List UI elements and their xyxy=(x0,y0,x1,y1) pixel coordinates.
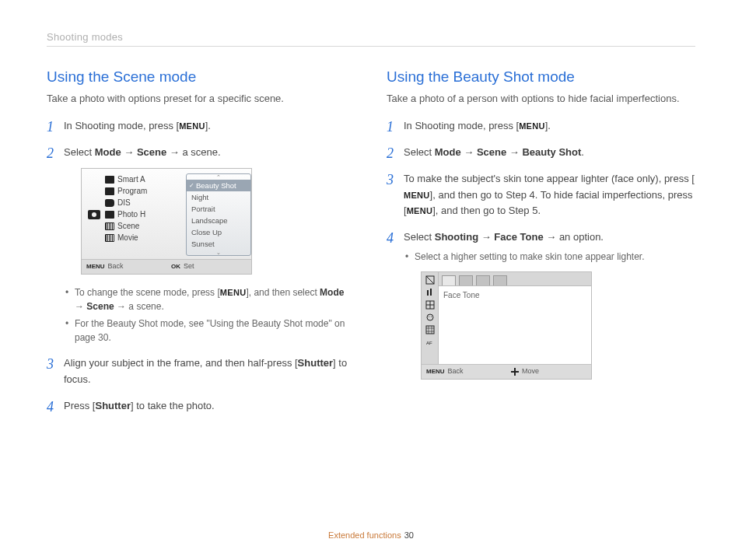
text: ]. xyxy=(545,120,551,131)
beauty-step-3: To make the subject's skin tone appear l… xyxy=(387,171,695,218)
grid-icon xyxy=(424,299,436,310)
camera-icon xyxy=(88,210,100,219)
menu-button-label: MENU xyxy=(407,205,433,218)
text: Shooting xyxy=(435,231,478,243)
af-icon: AF xyxy=(424,337,436,347)
tab-3 xyxy=(476,275,490,285)
breadcrumb: Shooting modes xyxy=(47,31,695,43)
text: In Shooting mode, press [ xyxy=(64,120,179,131)
movie-icon xyxy=(105,234,114,242)
text: Beauty Shot xyxy=(522,146,581,158)
text: Scene xyxy=(86,301,114,312)
text: ]. xyxy=(205,120,211,131)
scene-note-1: To change the scene mode, press [MENU], … xyxy=(64,285,355,313)
text: ] to take the photo. xyxy=(131,400,215,411)
list-item: DIS xyxy=(105,197,191,208)
text: Mode xyxy=(95,146,121,158)
menu-button-label: MENU xyxy=(404,189,430,202)
menu-button-label: MENU xyxy=(220,286,247,299)
scene-mode-heading: Using the Scene mode xyxy=(47,68,355,86)
svg-text:AF: AF xyxy=(426,341,432,345)
text: . xyxy=(581,146,584,158)
tab-2 xyxy=(459,275,473,285)
menu-button-label: MENU xyxy=(519,120,545,133)
text: Back xyxy=(108,261,124,272)
facetone-tabs xyxy=(439,272,591,286)
menu-button-label: MENU xyxy=(179,120,205,133)
film-icon xyxy=(105,222,114,230)
text: → a scene. xyxy=(114,301,164,312)
facetone-screenshot: AF Face Tone ME xyxy=(421,271,592,380)
page-footer: Extended functions30 xyxy=(0,530,742,540)
text: → xyxy=(75,301,86,312)
list-item: Photo H xyxy=(105,208,191,220)
popup-item-selected: Beauty Shot xyxy=(187,180,250,191)
scene-note-2: For the Beauty Shot mode, see "Using the… xyxy=(64,317,355,345)
text: Press [ xyxy=(64,400,95,411)
footer-section: Extended functions xyxy=(328,530,401,540)
beauty-step-4-note: Select a higher setting to make skin ton… xyxy=(404,250,695,264)
bar-icon xyxy=(424,287,436,297)
text: Mode xyxy=(435,146,461,158)
text: Select xyxy=(404,146,435,158)
text: → an option. xyxy=(544,231,604,243)
tab-4 xyxy=(493,275,507,285)
list-item: Smart A xyxy=(105,173,191,185)
popup-item: Portrait xyxy=(187,203,250,215)
text: ], and then select xyxy=(246,287,320,298)
text: Set xyxy=(184,261,194,272)
left-column: Using the Scene mode Take a photo with o… xyxy=(47,68,355,425)
text: DIS xyxy=(117,197,131,208)
face-icon xyxy=(424,312,436,322)
exposure-icon xyxy=(424,275,436,285)
beauty-shot-heading: Using the Beauty Shot mode xyxy=(387,68,695,86)
text: Scene xyxy=(477,146,506,158)
move-icon xyxy=(511,368,519,376)
text: Align your subject in the frame, and the… xyxy=(64,357,298,369)
text: Mode xyxy=(320,287,344,298)
grid2-icon xyxy=(424,324,436,334)
text: Move xyxy=(522,366,539,377)
scene-footer: MENUBack OKSet xyxy=(82,259,251,274)
facetone-label: Face Tone xyxy=(439,286,591,305)
text: → xyxy=(506,146,522,158)
beauty-step-1: In Shooting mode, press [MENU]. xyxy=(387,118,695,134)
page-number: 30 xyxy=(404,530,414,540)
text: ], and then go to Step 5. xyxy=(432,205,541,216)
text: Program xyxy=(117,185,147,197)
text: → a scene. xyxy=(166,146,220,158)
text: Back xyxy=(448,366,464,377)
text: → xyxy=(121,146,137,158)
tab-1 xyxy=(442,275,456,285)
scene-step-1: In Shooting mode, press [MENU]. xyxy=(47,118,355,134)
popup-item: Sunset xyxy=(187,238,250,250)
svg-point-6 xyxy=(430,316,431,317)
text: Shutter xyxy=(95,400,131,411)
text: Movie xyxy=(117,232,138,243)
svg-rect-1 xyxy=(427,290,429,296)
camera-icon xyxy=(105,176,114,184)
right-column: Using the Beauty Shot mode Take a photo … xyxy=(387,68,695,425)
popup-item: Close Up xyxy=(187,226,250,238)
text: → xyxy=(461,146,477,158)
text: Photo H xyxy=(117,208,145,220)
camera-icon xyxy=(105,211,114,219)
svg-rect-7 xyxy=(426,326,434,334)
text: Smart A xyxy=(117,173,145,185)
scene-popup: ⌃ Beauty Shot Night Portrait Landscape C… xyxy=(186,173,251,256)
divider xyxy=(47,46,695,47)
svg-rect-2 xyxy=(430,289,432,296)
scene-step-3: Align your subject in the frame, and the… xyxy=(47,355,355,387)
beauty-step-4: Select Shooting → Face Tone → an option.… xyxy=(387,229,695,380)
camera-icon xyxy=(105,187,114,195)
text: Shutter xyxy=(298,357,334,369)
list-item: Program xyxy=(105,185,191,197)
chevron-up-icon: ⌃ xyxy=(187,174,250,180)
text: Select xyxy=(64,146,95,158)
text: Select xyxy=(404,231,435,243)
menu-key-label: MENU xyxy=(426,367,445,376)
text: → xyxy=(478,231,494,243)
text: Scene xyxy=(137,146,166,158)
text: In Shooting mode, press [ xyxy=(404,120,519,131)
svg-point-5 xyxy=(428,316,429,317)
